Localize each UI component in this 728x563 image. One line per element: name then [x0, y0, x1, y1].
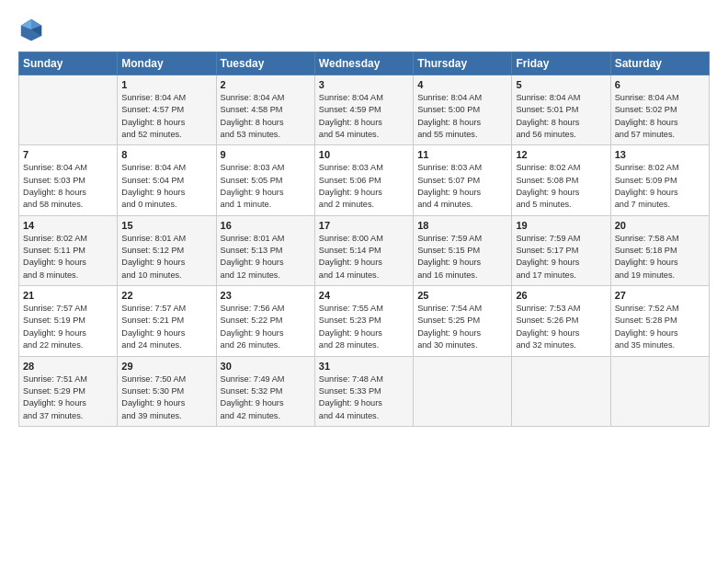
- day-number: 8: [121, 149, 211, 160]
- calendar-cell: 30Sunrise: 7:49 AM Sunset: 5:32 PM Dayli…: [216, 356, 314, 426]
- calendar-cell: 13Sunrise: 8:02 AM Sunset: 5:09 PM Dayli…: [610, 145, 709, 215]
- calendar-cell: 29Sunrise: 7:50 AM Sunset: 5:30 PM Dayli…: [118, 356, 216, 426]
- cell-info: Sunrise: 7:50 AM Sunset: 5:30 PM Dayligh…: [121, 373, 211, 422]
- logo: [18, 17, 48, 42]
- day-number: 16: [221, 220, 311, 231]
- calendar-cell: 19Sunrise: 7:59 AM Sunset: 5:17 PM Dayli…: [512, 215, 610, 285]
- day-number: 20: [615, 220, 705, 231]
- cell-info: Sunrise: 7:56 AM Sunset: 5:22 PM Dayligh…: [221, 303, 311, 351]
- cell-info: Sunrise: 7:52 AM Sunset: 5:28 PM Dayligh…: [615, 303, 705, 351]
- day-number: 25: [417, 290, 507, 301]
- cell-info: Sunrise: 7:58 AM Sunset: 5:18 PM Dayligh…: [615, 233, 705, 282]
- day-number: 10: [319, 149, 409, 160]
- header-day-thursday: Thursday: [414, 52, 512, 75]
- day-number: 11: [417, 149, 507, 160]
- calendar-cell: 11Sunrise: 8:03 AM Sunset: 5:07 PM Dayli…: [414, 145, 512, 215]
- calendar-cell: 3Sunrise: 8:04 AM Sunset: 4:59 PM Daylig…: [314, 75, 413, 145]
- day-number: 19: [516, 220, 606, 231]
- calendar-cell: 21Sunrise: 7:57 AM Sunset: 5:19 PM Dayli…: [19, 286, 118, 356]
- calendar-cell: 8Sunrise: 8:04 AM Sunset: 5:04 PM Daylig…: [118, 145, 216, 215]
- calendar-cell: 24Sunrise: 7:55 AM Sunset: 5:23 PM Dayli…: [314, 286, 413, 356]
- cell-info: Sunrise: 8:04 AM Sunset: 5:03 PM Dayligh…: [23, 162, 113, 211]
- cell-info: Sunrise: 7:48 AM Sunset: 5:33 PM Dayligh…: [319, 373, 409, 422]
- calendar-cell: 14Sunrise: 8:02 AM Sunset: 5:11 PM Dayli…: [19, 215, 118, 285]
- cell-info: Sunrise: 8:03 AM Sunset: 5:05 PM Dayligh…: [221, 162, 311, 211]
- cell-info: Sunrise: 7:59 AM Sunset: 5:17 PM Dayligh…: [516, 233, 606, 282]
- day-number: 21: [23, 290, 113, 301]
- calendar-cell: 10Sunrise: 8:03 AM Sunset: 5:06 PM Dayli…: [314, 145, 413, 215]
- day-number: 31: [319, 361, 409, 372]
- day-number: 2: [221, 79, 311, 90]
- calendar-cell: 12Sunrise: 8:02 AM Sunset: 5:08 PM Dayli…: [512, 145, 610, 215]
- week-row-1: 7Sunrise: 8:04 AM Sunset: 5:03 PM Daylig…: [19, 145, 710, 215]
- day-number: 30: [221, 361, 311, 372]
- calendar-cell: [414, 356, 512, 426]
- cell-info: Sunrise: 8:04 AM Sunset: 5:04 PM Dayligh…: [121, 162, 211, 211]
- cell-info: Sunrise: 8:04 AM Sunset: 4:58 PM Dayligh…: [221, 92, 311, 141]
- cell-info: Sunrise: 7:53 AM Sunset: 5:26 PM Dayligh…: [516, 303, 606, 351]
- cell-info: Sunrise: 8:01 AM Sunset: 5:12 PM Dayligh…: [121, 233, 211, 282]
- calendar-cell: 9Sunrise: 8:03 AM Sunset: 5:05 PM Daylig…: [216, 145, 314, 215]
- cell-info: Sunrise: 8:01 AM Sunset: 5:13 PM Dayligh…: [221, 233, 311, 282]
- header: [18, 17, 710, 42]
- cell-info: Sunrise: 7:54 AM Sunset: 5:25 PM Dayligh…: [417, 303, 507, 351]
- day-number: 24: [319, 290, 409, 301]
- header-day-tuesday: Tuesday: [216, 52, 314, 75]
- cell-info: Sunrise: 8:02 AM Sunset: 5:09 PM Dayligh…: [615, 162, 705, 211]
- day-number: 1: [121, 79, 211, 90]
- cell-info: Sunrise: 8:02 AM Sunset: 5:08 PM Dayligh…: [516, 162, 606, 211]
- day-number: 26: [516, 290, 606, 301]
- cell-info: Sunrise: 8:04 AM Sunset: 4:57 PM Dayligh…: [121, 92, 211, 141]
- day-number: 17: [319, 220, 409, 231]
- calendar-cell: 15Sunrise: 8:01 AM Sunset: 5:12 PM Dayli…: [118, 215, 216, 285]
- day-number: 27: [615, 290, 705, 301]
- cell-info: Sunrise: 8:02 AM Sunset: 5:11 PM Dayligh…: [23, 233, 113, 282]
- calendar-cell: 22Sunrise: 7:57 AM Sunset: 5:21 PM Dayli…: [118, 286, 216, 356]
- calendar-cell: [512, 356, 610, 426]
- day-number: 9: [221, 149, 311, 160]
- calendar-cell: 20Sunrise: 7:58 AM Sunset: 5:18 PM Dayli…: [610, 215, 709, 285]
- day-number: 14: [23, 220, 113, 231]
- cell-info: Sunrise: 8:04 AM Sunset: 5:02 PM Dayligh…: [615, 92, 705, 141]
- cell-info: Sunrise: 7:55 AM Sunset: 5:23 PM Dayligh…: [319, 303, 409, 351]
- header-day-monday: Monday: [118, 52, 216, 75]
- cell-info: Sunrise: 7:59 AM Sunset: 5:15 PM Dayligh…: [417, 233, 507, 282]
- header-day-wednesday: Wednesday: [314, 52, 413, 75]
- calendar-cell: 5Sunrise: 8:04 AM Sunset: 5:01 PM Daylig…: [512, 75, 610, 145]
- calendar-cell: 27Sunrise: 7:52 AM Sunset: 5:28 PM Dayli…: [610, 286, 709, 356]
- day-number: 7: [23, 149, 113, 160]
- cell-info: Sunrise: 7:49 AM Sunset: 5:32 PM Dayligh…: [221, 373, 311, 422]
- week-row-4: 28Sunrise: 7:51 AM Sunset: 5:29 PM Dayli…: [19, 356, 710, 426]
- calendar-cell: 23Sunrise: 7:56 AM Sunset: 5:22 PM Dayli…: [216, 286, 314, 356]
- day-number: 3: [319, 79, 409, 90]
- calendar-cell: 7Sunrise: 8:04 AM Sunset: 5:03 PM Daylig…: [19, 145, 118, 215]
- day-number: 12: [516, 149, 606, 160]
- calendar-cell: 2Sunrise: 8:04 AM Sunset: 4:58 PM Daylig…: [216, 75, 314, 145]
- cell-info: Sunrise: 7:57 AM Sunset: 5:19 PM Dayligh…: [23, 303, 113, 351]
- cell-info: Sunrise: 8:03 AM Sunset: 5:06 PM Dayligh…: [319, 162, 409, 211]
- day-number: 13: [615, 149, 705, 160]
- cell-info: Sunrise: 7:51 AM Sunset: 5:29 PM Dayligh…: [23, 373, 113, 422]
- calendar-cell: 17Sunrise: 8:00 AM Sunset: 5:14 PM Dayli…: [314, 215, 413, 285]
- calendar-cell: 28Sunrise: 7:51 AM Sunset: 5:29 PM Dayli…: [19, 356, 118, 426]
- header-day-saturday: Saturday: [610, 52, 709, 75]
- cell-info: Sunrise: 8:04 AM Sunset: 5:01 PM Dayligh…: [516, 92, 606, 141]
- day-number: 15: [121, 220, 211, 231]
- cell-info: Sunrise: 8:04 AM Sunset: 5:00 PM Dayligh…: [417, 92, 507, 141]
- calendar-cell: 16Sunrise: 8:01 AM Sunset: 5:13 PM Dayli…: [216, 215, 314, 285]
- header-day-friday: Friday: [512, 52, 610, 75]
- week-row-3: 21Sunrise: 7:57 AM Sunset: 5:19 PM Dayli…: [19, 286, 710, 356]
- calendar-cell: 1Sunrise: 8:04 AM Sunset: 4:57 PM Daylig…: [118, 75, 216, 145]
- header-day-sunday: Sunday: [19, 52, 118, 75]
- day-number: 5: [516, 79, 606, 90]
- calendar-cell: 25Sunrise: 7:54 AM Sunset: 5:25 PM Dayli…: [414, 286, 512, 356]
- week-row-2: 14Sunrise: 8:02 AM Sunset: 5:11 PM Dayli…: [19, 215, 710, 285]
- logo-icon: [18, 17, 44, 42]
- day-number: 28: [23, 361, 113, 372]
- calendar-cell: 31Sunrise: 7:48 AM Sunset: 5:33 PM Dayli…: [314, 356, 413, 426]
- cell-info: Sunrise: 7:57 AM Sunset: 5:21 PM Dayligh…: [121, 303, 211, 351]
- header-row: SundayMondayTuesdayWednesdayThursdayFrid…: [19, 52, 710, 75]
- calendar-cell: 26Sunrise: 7:53 AM Sunset: 5:26 PM Dayli…: [512, 286, 610, 356]
- page: SundayMondayTuesdayWednesdayThursdayFrid…: [0, 0, 728, 563]
- calendar-cell: [19, 75, 118, 145]
